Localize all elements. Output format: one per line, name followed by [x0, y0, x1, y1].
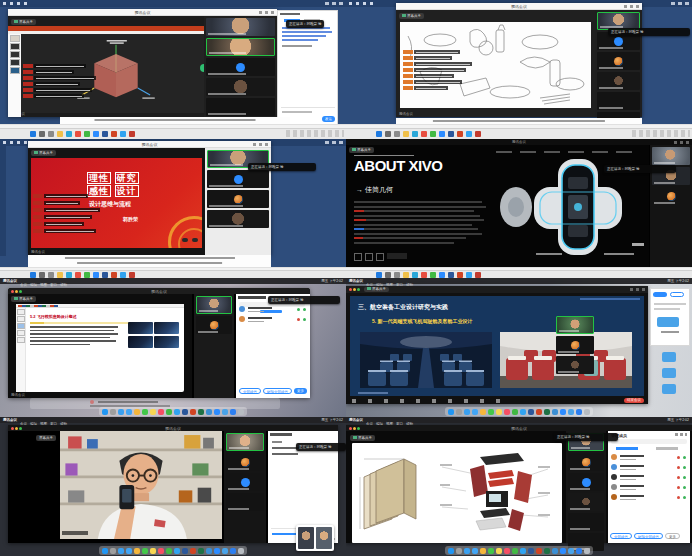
menu-item[interactable]: 帮助 — [60, 283, 67, 287]
quick-access-icons[interactable] — [349, 2, 375, 5]
tencent-meeting-icon[interactable] — [93, 272, 99, 278]
wechat-icon[interactable] — [84, 131, 90, 137]
participant-row[interactable] — [610, 473, 688, 482]
toolbar-controls-icon[interactable] — [630, 288, 646, 291]
more-button[interactable]: 更多 — [665, 533, 680, 539]
tencent-meeting-icon[interactable] — [93, 131, 99, 137]
start-icon[interactable] — [30, 272, 36, 278]
edge-icon[interactable] — [66, 272, 72, 278]
slide-thumb[interactable] — [10, 59, 20, 66]
keynote-icon[interactable] — [552, 548, 558, 554]
more-button[interactable]: 更多 — [294, 388, 307, 394]
excel-icon[interactable] — [544, 409, 550, 415]
doc-thumbnail-panel[interactable] — [16, 308, 26, 392]
search-icon[interactable] — [385, 272, 391, 278]
quick-access-icons[interactable] — [3, 2, 29, 5]
slide-thumb[interactable] — [10, 35, 20, 42]
file-explorer-icon[interactable] — [57, 131, 63, 137]
minimize-icon[interactable] — [353, 288, 356, 291]
menu-item[interactable]: 编辑 — [30, 283, 37, 287]
qq-icon[interactable] — [520, 409, 526, 415]
messages-icon[interactable] — [142, 409, 148, 415]
system-tray[interactable] — [286, 130, 344, 137]
participant-video-thumb[interactable] — [207, 210, 269, 228]
participant-video-thumb[interactable] — [206, 18, 275, 36]
wechat-icon[interactable] — [166, 409, 172, 415]
mic-muted-icon[interactable] — [677, 476, 680, 479]
word-icon[interactable] — [448, 272, 454, 278]
search-icon[interactable] — [39, 131, 45, 137]
camera-on-icon[interactable] — [683, 496, 686, 499]
participant-row[interactable] — [610, 483, 688, 492]
participant-row[interactable] — [238, 315, 308, 324]
meeting-titlebar[interactable]: 腾讯会议 — [8, 9, 277, 16]
photos-icon[interactable] — [134, 409, 140, 415]
wechat-icon[interactable] — [166, 548, 172, 554]
mic-muted-icon[interactable] — [677, 466, 680, 469]
meeting-titlebar[interactable]: 腾讯会议 — [28, 141, 271, 148]
launchpad-icon[interactable] — [456, 409, 462, 415]
word-icon[interactable] — [182, 409, 188, 415]
folder-icon[interactable] — [222, 548, 228, 554]
finder-icon[interactable] — [448, 409, 454, 415]
powerpoint-icon[interactable] — [190, 548, 196, 554]
doc-ribbon-tabs[interactable] — [18, 305, 58, 307]
trash-icon[interactable] — [584, 409, 590, 415]
toolbar-icons[interactable] — [352, 399, 502, 403]
window-controls-icon[interactable] — [674, 141, 690, 144]
participant-video-thumb[interactable] — [196, 316, 232, 334]
zoom-icon[interactable] — [357, 288, 360, 291]
notes-icon[interactable] — [150, 409, 156, 415]
quick-access-icons[interactable] — [3, 141, 29, 144]
window-controls-icon[interactable] — [671, 2, 689, 5]
pdf-icon[interactable] — [129, 272, 135, 278]
app-store-icon[interactable] — [576, 409, 582, 415]
task-view-icon[interactable] — [48, 131, 54, 137]
qq-icon[interactable] — [466, 131, 472, 137]
file-explorer-icon[interactable] — [403, 272, 409, 278]
tencent-meeting-icon[interactable] — [214, 548, 220, 554]
window-controls-icon[interactable] — [624, 5, 640, 8]
qq-icon[interactable] — [120, 272, 126, 278]
word-icon[interactable] — [102, 131, 108, 137]
keynote-icon[interactable] — [206, 409, 212, 415]
launchpad-icon[interactable] — [110, 548, 116, 554]
word-icon[interactable] — [528, 409, 534, 415]
unmute-all-button[interactable]: 解除全部静音 — [634, 533, 663, 539]
excel-icon[interactable] — [198, 548, 204, 554]
participant-video-thumb[interactable] — [206, 98, 275, 116]
participant-video-thumb[interactable] — [196, 296, 232, 314]
mac-app-name[interactable]: 腾讯会议 — [3, 279, 17, 283]
folder-icon[interactable] — [657, 317, 679, 327]
doc-toolbar[interactable] — [16, 304, 184, 308]
page-thumb[interactable] — [17, 316, 25, 322]
side-window-button[interactable] — [670, 292, 684, 297]
folder-icon[interactable] — [222, 409, 228, 415]
folder-icon[interactable] — [568, 548, 574, 554]
menu-item[interactable]: 窗口 — [50, 283, 57, 287]
page-thumb[interactable] — [17, 309, 25, 315]
launchpad-icon[interactable] — [456, 548, 462, 554]
word-icon[interactable] — [448, 131, 454, 137]
notes-icon[interactable] — [150, 548, 156, 554]
tencent-meeting-icon[interactable] — [560, 548, 566, 554]
wechat-icon[interactable] — [430, 272, 436, 278]
participant-video-thumb[interactable] — [597, 52, 640, 70]
pdf-icon[interactable] — [475, 131, 481, 137]
wechat-icon[interactable] — [512, 548, 518, 554]
participant-row[interactable] — [610, 463, 688, 472]
app-store-icon[interactable] — [230, 548, 236, 554]
window-controls-icon[interactable] — [325, 141, 343, 144]
mail-icon[interactable] — [126, 409, 132, 415]
slide-thumb[interactable] — [10, 43, 20, 50]
tab-waiting[interactable] — [656, 447, 678, 450]
end-meeting-button[interactable]: 结束会议 — [624, 398, 644, 403]
search-icon[interactable] — [385, 131, 391, 137]
chrome-icon[interactable] — [421, 272, 427, 278]
side-window-button[interactable] — [653, 292, 667, 297]
slide-thumb[interactable] — [10, 67, 20, 74]
excel-icon[interactable] — [544, 548, 550, 554]
participant-video-thumb[interactable] — [226, 433, 264, 451]
search-icon[interactable] — [39, 272, 45, 278]
chat-input[interactable] — [282, 111, 312, 113]
